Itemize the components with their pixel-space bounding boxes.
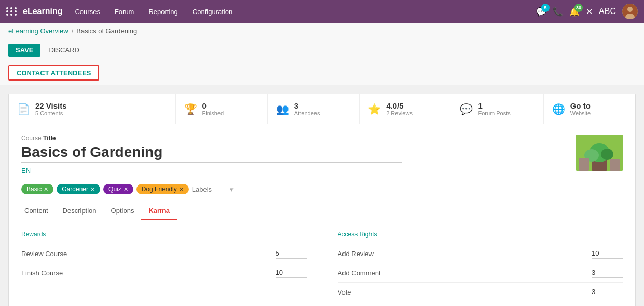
close-icon[interactable]: ✕ [586, 7, 593, 17]
reward-review-label: Review Course [21, 250, 265, 258]
action-bar: SAVE DISCARD [0, 39, 644, 61]
stat-finished[interactable]: 🏆 0 Finished [176, 94, 268, 124]
visits-num: 22 Visits [35, 101, 67, 110]
access-add-comment: Add Comment [338, 263, 623, 283]
visits-label: 5 Contents [35, 110, 67, 116]
finished-icon: 🏆 [184, 103, 197, 115]
nav-forum[interactable]: Forum [113, 8, 136, 16]
visits-icon: 📄 [17, 103, 30, 115]
tab-karma[interactable]: Karma [141, 203, 176, 220]
tab-description[interactable]: Description [56, 203, 104, 220]
access-add-review-value[interactable] [592, 248, 623, 259]
breadcrumb: eLearning Overview / Basics of Gardening [0, 23, 644, 39]
course-language[interactable]: EN [21, 167, 566, 175]
user-name[interactable]: ABC [599, 7, 616, 16]
course-title-input[interactable] [21, 144, 402, 163]
forum-icon: 💬 [460, 103, 473, 115]
access-vote-label: Vote [338, 288, 582, 296]
stat-attendees[interactable]: 👥 3 Attendees [268, 94, 360, 124]
tag-basic-label: Basic [26, 185, 42, 193]
reward-review-course: Review Course [21, 244, 307, 263]
svg-rect-8 [579, 158, 589, 171]
svg-rect-9 [610, 159, 620, 171]
tab-options[interactable]: Options [104, 203, 142, 220]
save-button[interactable]: SAVE [8, 44, 40, 57]
nav-right: 💬 5 📞 🔔 30 ✕ ABC [536, 4, 638, 19]
contact-attendees-button[interactable]: CONTACT ATTENDEES [8, 65, 99, 81]
breadcrumb-parent[interactable]: eLearning Overview [8, 27, 68, 35]
tag-basic: Basic ✕ [21, 184, 53, 194]
forum-label: Forum Posts [478, 110, 510, 116]
stat-forum[interactable]: 💬 1 Forum Posts [451, 94, 543, 124]
nav-reporting[interactable]: Reporting [146, 8, 180, 16]
tag-gardener-label: Gardener [62, 185, 88, 193]
course-label-bold: Title [43, 135, 56, 142]
tab-content[interactable]: Content [17, 203, 56, 220]
tabs-row: Content Description Options Karma [9, 203, 635, 220]
phone-icon[interactable]: 📞 [553, 7, 563, 17]
stats-bar: 📄 22 Visits 5 Contents 🏆 0 Finished 👥 3 … [9, 94, 635, 124]
access-add-comment-label: Add Comment [338, 269, 582, 277]
contact-bar: CONTACT ATTENDEES [0, 61, 644, 85]
access-add-comment-value[interactable] [592, 268, 623, 278]
tag-quiz: Quiz ✕ [103, 184, 133, 194]
user-avatar[interactable] [622, 4, 638, 19]
tag-gardener-remove[interactable]: ✕ [90, 186, 95, 193]
course-card: 📄 22 Visits 5 Contents 🏆 0 Finished 👥 3 … [8, 94, 636, 306]
chat-badge: 5 [541, 4, 550, 12]
stat-website[interactable]: 🌐 Go to Website [544, 94, 635, 124]
stat-visits[interactable]: 📄 22 Visits 5 Contents [9, 94, 176, 124]
reviews-num: 4.0/5 [386, 101, 413, 110]
reward-finish-label: Finish Course [21, 269, 265, 277]
course-thumbnail[interactable] [576, 135, 623, 171]
stat-reviews[interactable]: ⭐ 4.0/5 2 Reviews [360, 94, 451, 124]
svg-point-1 [627, 7, 633, 12]
website-label: Website [570, 110, 591, 116]
nav-configuration[interactable]: Configuration [190, 8, 235, 16]
website-icon: 🌐 [552, 103, 565, 115]
attendees-num: 3 [294, 101, 320, 110]
tag-gardener: Gardener ✕ [57, 184, 100, 194]
tag-basic-remove[interactable]: ✕ [44, 186, 48, 193]
reward-finish-course: Finish Course [21, 263, 307, 282]
attendees-icon: 👥 [276, 103, 289, 115]
access-rights-title: Access Rights [338, 231, 623, 238]
course-header: Course Title EN [9, 124, 635, 180]
finished-num: 0 [202, 101, 224, 110]
rewards-section: Rewards Review Course Finish Course [21, 231, 307, 301]
tag-dog-friendly-label: Dog Friendly [142, 185, 177, 193]
karma-content: Rewards Review Course Finish Course Acce… [9, 220, 635, 306]
rewards-title: Rewards [21, 231, 307, 238]
app-name[interactable]: eLearning [23, 7, 62, 16]
app-grid-icon[interactable] [6, 7, 18, 16]
access-add-review: Add Review [338, 244, 623, 263]
course-label: Course Title [21, 135, 566, 142]
labels-dropdown-icon: ▾ [230, 185, 234, 193]
reward-review-value[interactable] [276, 248, 307, 259]
attendees-label: Attendees [294, 110, 320, 116]
access-rights-section: Access Rights Add Review Add Comment Vot… [338, 231, 623, 301]
reward-finish-value[interactable] [276, 268, 307, 278]
reviews-icon: ⭐ [368, 103, 381, 115]
nav-courses[interactable]: Courses [73, 8, 102, 16]
access-vote-value[interactable] [592, 287, 623, 297]
reviews-label: 2 Reviews [386, 110, 413, 116]
activity-icon[interactable]: 🔔 30 [569, 7, 580, 17]
nav-menu: Courses Forum Reporting Configuration [73, 8, 536, 16]
main-content: 📄 22 Visits 5 Contents 🏆 0 Finished 👥 3 … [0, 85, 644, 306]
tag-dog-friendly-remove[interactable]: ✕ [179, 186, 184, 193]
svg-point-7 [601, 149, 613, 160]
tag-dog-friendly: Dog Friendly ✕ [136, 184, 189, 194]
labels-input[interactable] [192, 185, 234, 193]
access-add-review-label: Add Review [338, 250, 582, 258]
top-navigation: eLearning Courses Forum Reporting Config… [0, 0, 644, 23]
chat-icon[interactable]: 💬 5 [536, 7, 546, 17]
tag-quiz-label: Quiz [108, 185, 121, 193]
access-vote: Vote [338, 283, 623, 301]
tag-quiz-remove[interactable]: ✕ [124, 186, 128, 193]
activity-badge: 30 [574, 4, 583, 12]
website-num: Go to [570, 101, 591, 110]
breadcrumb-current: Basics of Gardening [76, 27, 137, 35]
forum-num: 1 [478, 101, 510, 110]
discard-button[interactable]: DISCARD [45, 44, 84, 57]
